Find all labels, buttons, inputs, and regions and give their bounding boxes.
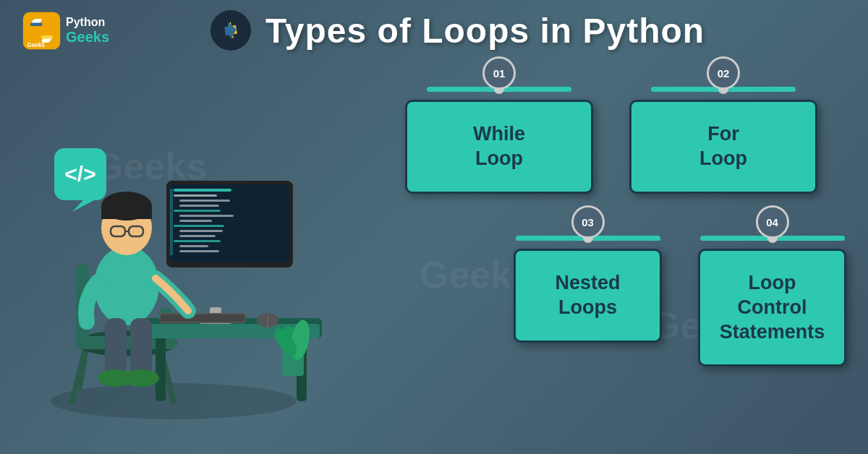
for-loop-card-wrapper: 02 ForLoop (629, 72, 817, 194)
logo-area: Geeks Python Geeks (22, 11, 109, 51)
svg-rect-29 (179, 200, 230, 202)
nested-loops-card-wrapper: 03 NestedLoops (514, 221, 662, 367)
for-loop-label: ForLoop (699, 122, 747, 171)
svg-rect-42 (161, 314, 244, 322)
card-number-02: 02 (707, 56, 740, 90)
card-number-03: 03 (571, 205, 605, 239)
card-row-1: 01 WhileLoop 02 (398, 72, 846, 194)
svg-rect-33 (179, 220, 212, 222)
svg-rect-2 (41, 35, 53, 38)
svg-rect-28 (174, 194, 217, 197)
svg-rect-38 (179, 245, 208, 247)
title-icon (209, 9, 252, 52)
svg-rect-39 (179, 250, 219, 252)
card-number-04: 04 (756, 205, 789, 239)
svg-rect-54 (130, 318, 152, 376)
svg-rect-37 (174, 240, 221, 242)
illustration-area: </> (14, 61, 369, 437)
svg-rect-31 (174, 210, 221, 212)
svg-rect-49 (101, 206, 152, 219)
loop-control-label: LoopControlStatements (720, 271, 825, 344)
cards-area: 01 WhileLoop 02 (398, 72, 846, 434)
svg-rect-35 (179, 230, 223, 232)
svg-rect-40 (170, 189, 173, 255)
nested-loops-label: NestedLoops (555, 271, 620, 320)
programmer-illustration: </> (14, 61, 362, 430)
svg-text:Geeks: Geeks (27, 42, 45, 48)
page-title: Types of Loops in Python (265, 11, 705, 51)
svg-rect-1 (30, 22, 42, 26)
svg-rect-27 (174, 189, 231, 192)
loop-control-card: LoopControlStatements (698, 249, 846, 367)
python-geeks-logo: Geeks (22, 11, 61, 51)
nested-loops-card: NestedLoops (514, 249, 662, 343)
while-loop-card: WhileLoop (405, 100, 593, 194)
while-loop-card-wrapper: 01 WhileLoop (405, 72, 593, 194)
logo-text: Python Geeks (66, 16, 109, 45)
svg-rect-32 (179, 215, 234, 217)
svg-rect-53 (105, 318, 127, 376)
svg-point-56 (123, 369, 159, 387)
svg-rect-30 (179, 205, 219, 207)
svg-rect-15 (156, 336, 166, 401)
loop-control-card-wrapper: 04 LoopControlStatements (698, 221, 846, 367)
svg-rect-36 (179, 235, 216, 237)
svg-rect-34 (174, 225, 224, 227)
logo-geeks-text: Geeks (66, 29, 109, 45)
while-loop-label: WhileLoop (473, 122, 525, 171)
card-number-01: 01 (482, 56, 516, 90)
svg-marker-59 (72, 200, 94, 212)
for-loop-card: ForLoop (629, 100, 817, 194)
svg-text:</>: </> (64, 162, 95, 186)
card-row-2: 03 NestedLoops 04 (398, 221, 846, 367)
header: Geeks Python Geeks Types of Loops in Pyt… (0, 9, 868, 52)
logo-python-text: Python (66, 16, 109, 29)
